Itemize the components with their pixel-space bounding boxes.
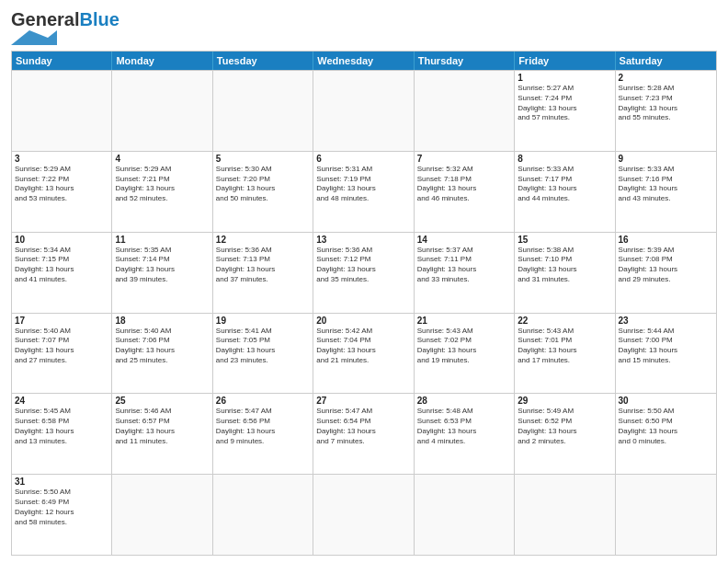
day-info: Sunrise: 5:49 AM Sunset: 6:52 PM Dayligh… [518,407,611,446]
day-number: 18 [115,316,209,326]
header-day-monday: Monday [112,52,212,70]
cal-cell-3-1: 10Sunrise: 5:34 AM Sunset: 7:15 PM Dayli… [12,233,112,313]
cal-cell-3-2: 11Sunrise: 5:35 AM Sunset: 7:14 PM Dayli… [112,233,212,313]
day-info: Sunrise: 5:35 AM Sunset: 7:14 PM Dayligh… [115,246,209,285]
day-info: Sunrise: 5:50 AM Sunset: 6:49 PM Dayligh… [15,488,108,527]
cal-cell-2-1: 3Sunrise: 5:29 AM Sunset: 7:22 PM Daylig… [12,152,112,232]
cal-cell-2-7: 9Sunrise: 5:33 AM Sunset: 7:16 PM Daylig… [616,152,716,232]
day-number: 16 [619,235,713,245]
header: General Blue [11,9,717,45]
week-row-6: 31Sunrise: 5:50 AM Sunset: 6:49 PM Dayli… [12,474,716,555]
cal-cell-2-2: 4Sunrise: 5:29 AM Sunset: 7:21 PM Daylig… [112,152,212,232]
cal-cell-6-2 [112,475,212,555]
day-number: 13 [316,235,410,245]
cal-cell-3-4: 13Sunrise: 5:36 AM Sunset: 7:12 PM Dayli… [313,233,414,313]
day-number: 3 [15,154,108,164]
cal-cell-5-1: 24Sunrise: 5:45 AM Sunset: 6:58 PM Dayli… [12,394,112,474]
cal-cell-3-6: 15Sunrise: 5:38 AM Sunset: 7:10 PM Dayli… [515,233,615,313]
cal-cell-5-5: 28Sunrise: 5:48 AM Sunset: 6:53 PM Dayli… [415,394,515,474]
cal-cell-1-1 [12,71,112,151]
day-number: 14 [417,235,511,245]
header-day-saturday: Saturday [616,52,716,70]
day-number: 6 [316,154,410,164]
calendar-body: 1Sunrise: 5:27 AM Sunset: 7:24 PM Daylig… [12,70,716,555]
header-day-wednesday: Wednesday [313,52,414,70]
page: General Blue SundayMondayTuesdayWednesda… [0,0,728,563]
day-info: Sunrise: 5:29 AM Sunset: 7:22 PM Dayligh… [15,165,108,204]
day-info: Sunrise: 5:31 AM Sunset: 7:19 PM Dayligh… [316,165,410,204]
cal-cell-4-3: 19Sunrise: 5:41 AM Sunset: 7:05 PM Dayli… [213,314,313,394]
cal-cell-6-4 [313,475,414,555]
day-info: Sunrise: 5:47 AM Sunset: 6:54 PM Dayligh… [316,407,410,446]
cal-cell-3-3: 12Sunrise: 5:36 AM Sunset: 7:13 PM Dayli… [213,233,313,313]
cal-cell-1-2 [112,71,212,151]
logo-general-text: General [11,9,79,30]
cal-cell-1-6: 1Sunrise: 5:27 AM Sunset: 7:24 PM Daylig… [515,71,615,151]
day-info: Sunrise: 5:34 AM Sunset: 7:15 PM Dayligh… [15,246,108,285]
day-number: 8 [518,154,611,164]
day-number: 30 [619,396,713,406]
day-number: 5 [216,154,310,164]
logo-icon [11,30,57,45]
day-number: 20 [316,316,410,326]
cal-cell-4-2: 18Sunrise: 5:40 AM Sunset: 7:06 PM Dayli… [112,314,212,394]
cal-cell-1-7: 2Sunrise: 5:28 AM Sunset: 7:23 PM Daylig… [616,71,716,151]
cal-cell-2-6: 8Sunrise: 5:33 AM Sunset: 7:17 PM Daylig… [515,152,615,232]
day-number: 2 [619,73,713,83]
day-number: 1 [518,73,611,83]
day-info: Sunrise: 5:46 AM Sunset: 6:57 PM Dayligh… [115,407,209,446]
day-info: Sunrise: 5:45 AM Sunset: 6:58 PM Dayligh… [15,407,108,446]
day-info: Sunrise: 5:39 AM Sunset: 7:08 PM Dayligh… [619,246,713,285]
day-number: 4 [115,154,209,164]
cal-cell-5-6: 29Sunrise: 5:49 AM Sunset: 6:52 PM Dayli… [515,394,615,474]
cal-cell-5-7: 30Sunrise: 5:50 AM Sunset: 6:50 PM Dayli… [616,394,716,474]
day-number: 10 [15,235,108,245]
day-info: Sunrise: 5:33 AM Sunset: 7:17 PM Dayligh… [518,165,611,204]
day-number: 17 [15,316,108,326]
header-day-tuesday: Tuesday [213,52,313,70]
logo: General Blue [11,9,119,45]
day-number: 27 [316,396,410,406]
day-info: Sunrise: 5:42 AM Sunset: 7:04 PM Dayligh… [316,327,410,366]
day-info: Sunrise: 5:41 AM Sunset: 7:05 PM Dayligh… [216,327,310,366]
cal-cell-2-4: 6Sunrise: 5:31 AM Sunset: 7:19 PM Daylig… [313,152,414,232]
day-info: Sunrise: 5:50 AM Sunset: 6:50 PM Dayligh… [619,407,713,446]
week-row-4: 17Sunrise: 5:40 AM Sunset: 7:07 PM Dayli… [12,313,716,394]
day-number: 22 [518,316,611,326]
day-info: Sunrise: 5:38 AM Sunset: 7:10 PM Dayligh… [518,246,611,285]
day-number: 31 [15,477,108,487]
cal-cell-1-4 [313,71,414,151]
day-info: Sunrise: 5:30 AM Sunset: 7:20 PM Dayligh… [216,165,310,204]
cal-cell-6-3 [213,475,313,555]
cal-cell-4-1: 17Sunrise: 5:40 AM Sunset: 7:07 PM Dayli… [12,314,112,394]
cal-cell-5-3: 26Sunrise: 5:47 AM Sunset: 6:56 PM Dayli… [213,394,313,474]
cal-cell-5-4: 27Sunrise: 5:47 AM Sunset: 6:54 PM Dayli… [313,394,414,474]
day-info: Sunrise: 5:43 AM Sunset: 7:02 PM Dayligh… [417,327,511,366]
day-info: Sunrise: 5:40 AM Sunset: 7:07 PM Dayligh… [15,327,108,366]
cal-cell-1-5 [415,71,515,151]
header-day-sunday: Sunday [12,52,112,70]
day-info: Sunrise: 5:43 AM Sunset: 7:01 PM Dayligh… [518,327,611,366]
day-number: 19 [216,316,310,326]
day-number: 23 [619,316,713,326]
day-info: Sunrise: 5:48 AM Sunset: 6:53 PM Dayligh… [417,407,511,446]
cal-cell-3-7: 16Sunrise: 5:39 AM Sunset: 7:08 PM Dayli… [616,233,716,313]
week-row-2: 3Sunrise: 5:29 AM Sunset: 7:22 PM Daylig… [12,151,716,232]
day-number: 24 [15,396,108,406]
day-number: 21 [417,316,511,326]
day-info: Sunrise: 5:36 AM Sunset: 7:13 PM Dayligh… [216,246,310,285]
week-row-3: 10Sunrise: 5:34 AM Sunset: 7:15 PM Dayli… [12,232,716,313]
day-number: 12 [216,235,310,245]
cal-cell-1-3 [213,71,313,151]
day-number: 7 [417,154,511,164]
header-day-friday: Friday [515,52,615,70]
day-info: Sunrise: 5:40 AM Sunset: 7:06 PM Dayligh… [115,327,209,366]
cal-cell-4-5: 21Sunrise: 5:43 AM Sunset: 7:02 PM Dayli… [415,314,515,394]
week-row-1: 1Sunrise: 5:27 AM Sunset: 7:24 PM Daylig… [12,70,716,151]
logo-blue-text: Blue [79,9,119,30]
day-info: Sunrise: 5:33 AM Sunset: 7:16 PM Dayligh… [619,165,713,204]
day-info: Sunrise: 5:29 AM Sunset: 7:21 PM Dayligh… [115,165,209,204]
day-number: 11 [115,235,209,245]
cal-cell-5-2: 25Sunrise: 5:46 AM Sunset: 6:57 PM Dayli… [112,394,212,474]
day-info: Sunrise: 5:32 AM Sunset: 7:18 PM Dayligh… [417,165,511,204]
